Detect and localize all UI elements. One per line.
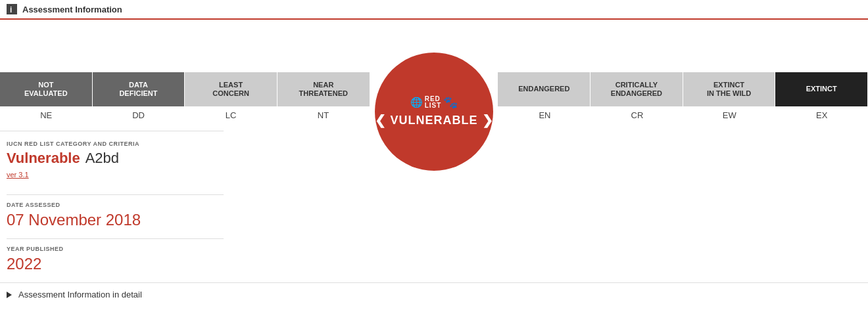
accordion-row[interactable]: Assessment Information in detail (0, 282, 868, 306)
divider-2 (7, 238, 224, 239)
iucn-scale-section: 🌐 RED LIST 🐾 ❮ VULNERABLE ❯ (0, 20, 868, 131)
category-bold: Vulnerable (7, 150, 80, 167)
version-link[interactable]: ver 3.1 (7, 171, 29, 179)
chevron-right: ❯ (482, 112, 493, 128)
year-label: YEAR PUBLISHED (7, 246, 224, 252)
category-criteria: A2bd (85, 150, 119, 167)
scale-item-ne: NOTEVALUATED (0, 72, 93, 106)
info-icon: i (7, 4, 17, 14)
scale-item-cr: CRITICALLYENDANGERED (591, 72, 683, 106)
category-label: IUCN RED LIST CATEGORY AND CRITERIA (7, 141, 224, 147)
divider-1 (7, 194, 224, 195)
code-cr: CR (591, 106, 683, 124)
list-label: LIST (425, 102, 442, 109)
chevron-left: ❮ (375, 112, 386, 128)
scale-item-nt: NEARTHREATENED (277, 72, 370, 106)
code-dd: DD (92, 106, 184, 124)
assessment-info-section: IUCN RED LIST CATEGORY AND CRITERIA Vuln… (0, 131, 224, 273)
scale-item-ex: EXTINCT (775, 72, 868, 106)
svg-text:i: i (10, 5, 12, 14)
accordion-arrow-icon (7, 292, 12, 298)
assessment-header: i Assessment Information (0, 0, 868, 20)
vulnerable-text-row: ❮ VULNERABLE ❯ (375, 112, 493, 128)
scale-item-ew: EXTINCTIN THE WILD (683, 72, 776, 106)
code-en: EN (498, 106, 591, 124)
year-value: 2022 (7, 255, 224, 273)
scale-wrapper: 🌐 RED LIST 🐾 ❮ VULNERABLE ❯ (0, 33, 868, 124)
code-lc: LC (185, 106, 277, 124)
code-ex: EX (776, 106, 868, 124)
date-label: DATE ASSESSED (7, 202, 224, 208)
category-row: Vulnerable A2bd (7, 150, 224, 167)
code-ne: NE (0, 106, 92, 124)
scale-item-dd: DATADEFICIENT (93, 72, 185, 106)
vulnerable-circle: 🌐 RED LIST 🐾 ❮ VULNERABLE ❯ (375, 53, 493, 171)
accordion-label: Assessment Information in detail (18, 290, 142, 299)
code-nt: NT (277, 106, 369, 124)
header-title: Assessment Information (22, 5, 122, 14)
vulnerable-label: VULNERABLE (390, 114, 477, 127)
scale-item-en: ENDANGERED (498, 72, 591, 106)
code-ew: EW (683, 106, 775, 124)
date-value: 07 November 2018 (7, 211, 224, 229)
scale-item-lc: LEASTCONCERN (185, 72, 277, 106)
red-list-logo: 🌐 RED LIST 🐾 (410, 95, 458, 110)
